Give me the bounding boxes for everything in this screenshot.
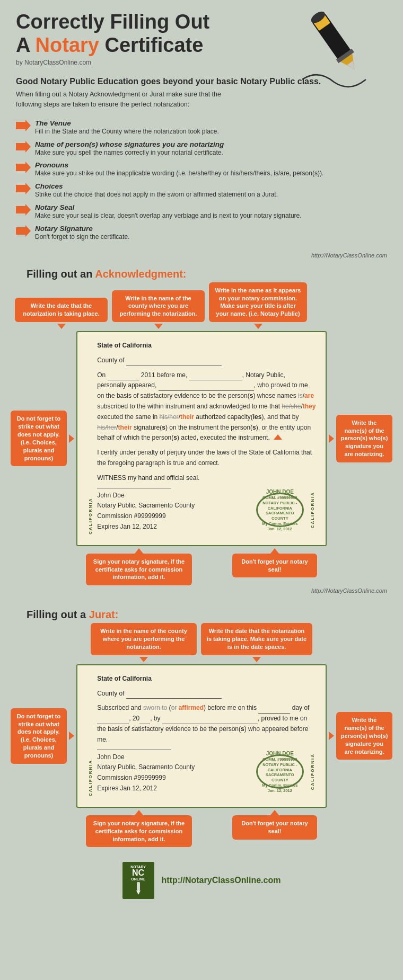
stamp-name: JOHN DOE bbox=[266, 488, 294, 495]
acknowledgment-section: Filling out an Acknowledgment: Write the… bbox=[0, 261, 403, 586]
jurat-heading: Filling out a Jurat: bbox=[11, 601, 392, 623]
logo-box: NOTARY NC ONLINE bbox=[122, 862, 154, 899]
jurat-date-arrow bbox=[201, 656, 312, 663]
jurat-county-label: County of bbox=[97, 690, 124, 697]
intro-text: When filling out a Notary Acknowledgment… bbox=[16, 90, 239, 110]
jurat-callout-seal: Don't forget your notary seal! bbox=[232, 815, 317, 840]
step-title-pronouns: Pronouns bbox=[35, 161, 323, 169]
jurat-bottom-center: Sign your notary signature, if the certi… bbox=[82, 810, 321, 848]
jurat-bottom-callouts: Sign your notary signature, if the certi… bbox=[11, 808, 392, 848]
ack-callout-date-wrapper: Write the date that the notarization is … bbox=[15, 298, 108, 330]
cert-para1: On 2011 before me, , Notary Public, pers… bbox=[97, 370, 316, 444]
jurat-field-year bbox=[139, 724, 150, 724]
stamp-comm: COMM. #99999999 bbox=[262, 495, 297, 501]
ack-county-arrow bbox=[112, 323, 205, 330]
svg-marker-13 bbox=[136, 890, 141, 895]
are-text: are bbox=[304, 392, 314, 399]
step-desc-venue: Fill in the State and the County where t… bbox=[35, 127, 219, 136]
logo-pen-icon bbox=[131, 881, 146, 896]
jurat-strike-or: or bbox=[171, 704, 177, 711]
field-notary-name bbox=[189, 380, 242, 380]
cert-para2: I certify under penalty of perjury under… bbox=[97, 448, 316, 469]
jurat-stamp-county: SACRAMENTO COUNTY bbox=[260, 772, 300, 783]
jurat-callout-county: Write in the name of the county where yo… bbox=[91, 623, 197, 655]
jurat-highlight: Jurat: bbox=[89, 609, 119, 620]
jurat-cert: CALIFORNIA State of California County of… bbox=[76, 664, 327, 808]
step-item-seal: Notary Seal Make sure your seal is clear… bbox=[16, 203, 387, 220]
cert-county-label: County of bbox=[97, 357, 124, 364]
tri-up-cert bbox=[274, 434, 282, 440]
jurat-callout-names: Write the name(s) of the person(s) who(s… bbox=[336, 712, 392, 760]
step-content-pronouns: Pronouns Make sure you strike out the in… bbox=[35, 161, 323, 178]
jurat-commission: Commission #99999999 bbox=[97, 773, 251, 783]
ack-top-callouts: Write the date that the notarization is … bbox=[11, 282, 392, 330]
they-text: they bbox=[303, 403, 316, 410]
jurat-stamp-exp: My Comm. Expires Jan. 12, 2012 bbox=[260, 783, 300, 794]
step-item-signature: Notary Signature Don't forget to sign th… bbox=[16, 225, 387, 242]
tri-down-jurat-date bbox=[252, 657, 261, 662]
arrow-icon-venue bbox=[16, 120, 31, 131]
step-desc-seal: Make sure your seal is clear, doesn't ov… bbox=[35, 211, 302, 220]
cert-state-line: State of California bbox=[97, 341, 316, 351]
signer-title: Notary Public, Sacramento County bbox=[97, 501, 251, 511]
bottom-logo-area: NOTARY NC ONLINE http://NotaryClassOnlin… bbox=[0, 853, 403, 907]
header: Correctly Filling Out A Notary Certifica… bbox=[0, 0, 403, 72]
jurat-top-callouts: Write in the name of the county where yo… bbox=[11, 623, 392, 663]
jurat-left-col: Do not forget to strike out what does no… bbox=[11, 664, 74, 808]
jurat-field-day bbox=[258, 713, 290, 714]
notary-stamp-ack: John Doe Notary Public, Sacramento Count… bbox=[97, 488, 316, 532]
ack-callout-sign: Sign your notary signature, if the certi… bbox=[86, 554, 192, 586]
ack-callout-commission-wrapper: Write in the name as it appears on your … bbox=[209, 282, 307, 330]
jurat-county-arrow bbox=[91, 656, 197, 663]
jurat-label: Filling out a bbox=[27, 609, 86, 620]
jurat-stamp-title: NOTARY PUBLIC - CALIFORNIA bbox=[260, 762, 300, 773]
title-line2-plain: A bbox=[16, 34, 30, 56]
svg-marker-8 bbox=[16, 162, 31, 173]
step-item-names: Name of person(s) whose signatures you a… bbox=[16, 140, 387, 157]
arrow-icon-names bbox=[16, 141, 31, 153]
ack-callout-names: Write the name(s) of the person(s) who(s… bbox=[336, 415, 392, 462]
ack-cert: CALIFORNIA State of California County of… bbox=[76, 331, 327, 546]
jurat-cert-text: State of California County of Subscribed… bbox=[94, 674, 316, 798]
jurat-county-line: County of bbox=[97, 689, 316, 699]
notary-stamp-oval: JOHN DOE COMM. #99999999 NOTARY PUBLIC -… bbox=[256, 493, 304, 527]
ack-comm-arrow bbox=[209, 323, 307, 330]
tri-up-jurat-seal bbox=[270, 810, 279, 815]
cert-state: State of California bbox=[97, 342, 152, 349]
ack-label: Filling out an bbox=[27, 268, 92, 280]
tri-up-sign bbox=[135, 548, 143, 554]
jurat-section: Filling out a Jurat: Write in the name o… bbox=[0, 601, 403, 847]
step-desc-names: Make sure you spell the names correctly … bbox=[35, 148, 224, 157]
ack-callout-date: Write the date that the notarization is … bbox=[15, 298, 108, 322]
jurat-callout-county-wrapper: Write in the name of the county where yo… bbox=[91, 623, 197, 663]
jurat-signer-info: John Doe Notary Public, Sacramento Count… bbox=[97, 750, 251, 794]
jurat-callout-date-wrapper: Write the date that the notarization is … bbox=[201, 623, 312, 663]
cert-witness: WITNESS my hand and official seal. bbox=[97, 473, 316, 484]
tri-up-seal bbox=[270, 548, 279, 554]
jurat-stamp-comm: COMM. #99999999 bbox=[262, 757, 297, 762]
ack-callout-commission: Write in the name as it appears on your … bbox=[209, 282, 307, 322]
ack-callout-county-wrapper: Write in the name of the county where yo… bbox=[112, 290, 205, 331]
step-item-choices: Choices Strike out the choice that does … bbox=[16, 182, 387, 199]
signer-name: John Doe bbox=[97, 491, 251, 501]
jurat-vert-right: CALIFORNIA bbox=[309, 751, 316, 792]
jurat-left-annotation: Do not forget to strike out what does no… bbox=[11, 708, 74, 764]
jurat-signer-title: Notary Public, Sacramento County bbox=[97, 762, 251, 773]
strike-heshe: he/she bbox=[282, 403, 301, 410]
ack-bottom-center: Sign your notary signature, if the certi… bbox=[82, 548, 321, 586]
ack-seal-wrapper: Don't forget your notary seal! bbox=[232, 548, 317, 586]
jurat-strike-sworn: sworn to bbox=[143, 704, 167, 711]
title-line1: Correctly Filling Out bbox=[16, 11, 209, 33]
svg-rect-12 bbox=[137, 882, 140, 890]
tri-right-jurat-right bbox=[329, 732, 334, 740]
tri-down-date bbox=[57, 324, 66, 329]
signature-line bbox=[97, 488, 171, 488]
jurat-cert-with-vert: CALIFORNIA State of California County of… bbox=[87, 674, 316, 798]
step-title-choices: Choices bbox=[35, 182, 278, 190]
tri-down-jurat-county bbox=[139, 657, 148, 662]
jurat-notary-stamp: John Doe Notary Public, Sacramento Count… bbox=[97, 750, 316, 794]
cert-with-vert: CALIFORNIA State of California County of… bbox=[87, 341, 316, 537]
jurat-signer-name: John Doe bbox=[97, 752, 251, 763]
tri-right-right bbox=[329, 434, 334, 443]
step-content-seal: Notary Seal Make sure your seal is clear… bbox=[35, 203, 302, 220]
